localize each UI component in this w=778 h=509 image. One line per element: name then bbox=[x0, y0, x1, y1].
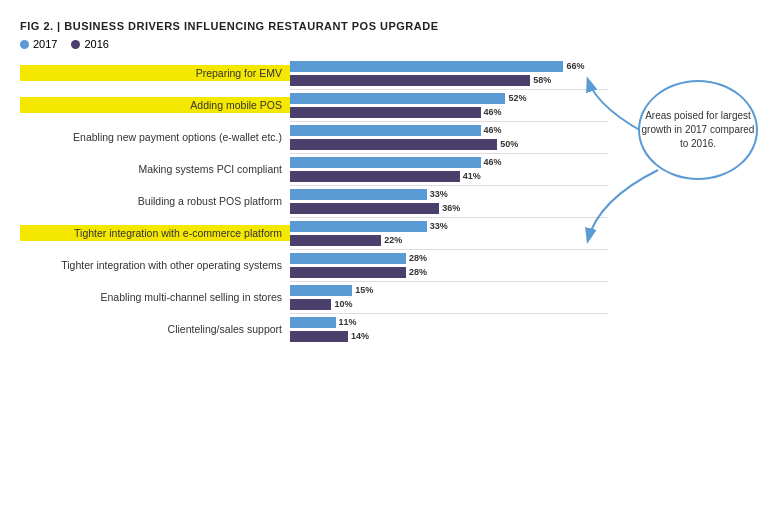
bar-row-7: Enabling multi-channel selling in stores… bbox=[20, 284, 608, 310]
divider-4 bbox=[290, 217, 608, 218]
bar-row-3: Making systems PCI compliant46%41% bbox=[20, 156, 608, 182]
bar-row-2: Enabling new payment options (e-wallet e… bbox=[20, 124, 608, 150]
fig-label: FIG 2. | bbox=[20, 20, 61, 32]
bar-2016-8 bbox=[290, 331, 348, 342]
divider-7 bbox=[290, 313, 608, 314]
pct-2016-2: 50% bbox=[500, 139, 518, 149]
bar-2017-2 bbox=[290, 125, 481, 136]
pct-2016-7: 10% bbox=[334, 299, 352, 309]
bar-label-7: Enabling multi-channel selling in stores bbox=[20, 291, 290, 304]
pct-2016-0: 58% bbox=[533, 75, 551, 85]
pct-2016-8: 14% bbox=[351, 331, 369, 341]
legend-label-2017: 2017 bbox=[33, 38, 57, 50]
title-text: BUSINESS DRIVERS INFLUENCING RESTAURANT … bbox=[64, 20, 438, 32]
pct-2017-2: 46% bbox=[484, 125, 502, 135]
bars-2: 46%50% bbox=[290, 124, 608, 150]
legend-label-2016: 2016 bbox=[84, 38, 108, 50]
bars-1: 52%46% bbox=[290, 92, 608, 118]
legend-dot-2017 bbox=[20, 40, 29, 49]
divider-6 bbox=[290, 281, 608, 282]
bars-5: 33%22% bbox=[290, 220, 608, 246]
bar-2016-5 bbox=[290, 235, 381, 246]
divider-3 bbox=[290, 185, 608, 186]
bar-row-5: Tighter integration with e-commerce plat… bbox=[20, 220, 608, 246]
bar-2017-6 bbox=[290, 253, 406, 264]
bar-row-4: Building a robust POS platform33%36% bbox=[20, 188, 608, 214]
bar-label-0: Preparing for EMV bbox=[20, 65, 290, 82]
bars-4: 33%36% bbox=[290, 188, 608, 214]
bar-2016-4 bbox=[290, 203, 439, 214]
bars-7: 15%10% bbox=[290, 284, 608, 310]
pct-2016-6: 28% bbox=[409, 267, 427, 277]
divider-2 bbox=[290, 153, 608, 154]
bar-2016-1 bbox=[290, 107, 481, 118]
bar-row-1: Adding mobile POS52%46% bbox=[20, 92, 608, 118]
pct-2017-5: 33% bbox=[430, 221, 448, 231]
chart-legend: 2017 2016 bbox=[20, 38, 748, 50]
bar-2017-7 bbox=[290, 285, 352, 296]
pct-2017-1: 52% bbox=[508, 93, 526, 103]
bar-2016-2 bbox=[290, 139, 497, 150]
bar-row-0: Preparing for EMV66%58% bbox=[20, 60, 608, 86]
bar-row-8: Clienteling/sales support11%14% bbox=[20, 316, 608, 342]
bar-2016-0 bbox=[290, 75, 530, 86]
pct-2016-3: 41% bbox=[463, 171, 481, 181]
pct-2017-7: 15% bbox=[355, 285, 373, 295]
bars-6: 28%28% bbox=[290, 252, 608, 278]
bar-2017-8 bbox=[290, 317, 336, 328]
pct-2016-1: 46% bbox=[484, 107, 502, 117]
bar-2017-5 bbox=[290, 221, 427, 232]
annotation-box: Areas poised for largest growth in 2017 … bbox=[638, 80, 758, 180]
chart-main: Preparing for EMV66%58%Adding mobile POS… bbox=[20, 60, 608, 345]
chart-area: Preparing for EMV66%58%Adding mobile POS… bbox=[20, 60, 748, 345]
bar-2016-6 bbox=[290, 267, 406, 278]
pct-2017-6: 28% bbox=[409, 253, 427, 263]
bar-label-3: Making systems PCI compliant bbox=[20, 163, 290, 176]
bar-2016-7 bbox=[290, 299, 331, 310]
bars-0: 66%58% bbox=[290, 60, 608, 86]
legend-item-2016: 2016 bbox=[71, 38, 108, 50]
bar-label-2: Enabling new payment options (e-wallet e… bbox=[20, 131, 290, 144]
divider-0 bbox=[290, 89, 608, 90]
pct-2017-4: 33% bbox=[430, 189, 448, 199]
annotation-text: Areas poised for largest growth in 2017 … bbox=[640, 109, 756, 151]
bar-label-4: Building a robust POS platform bbox=[20, 195, 290, 208]
bar-label-8: Clienteling/sales support bbox=[20, 323, 290, 336]
bar-2017-1 bbox=[290, 93, 505, 104]
bar-2017-4 bbox=[290, 189, 427, 200]
page-container: FIG 2. | BUSINESS DRIVERS INFLUENCING RE… bbox=[0, 0, 778, 365]
legend-dot-2016 bbox=[71, 40, 80, 49]
bar-label-1: Adding mobile POS bbox=[20, 97, 290, 114]
bar-label-6: Tighter integration with other operating… bbox=[20, 259, 290, 272]
bars-8: 11%14% bbox=[290, 316, 608, 342]
pct-2017-8: 11% bbox=[339, 317, 357, 327]
bars-3: 46%41% bbox=[290, 156, 608, 182]
bar-2016-3 bbox=[290, 171, 460, 182]
bar-label-5: Tighter integration with e-commerce plat… bbox=[20, 225, 290, 242]
pct-2017-3: 46% bbox=[484, 157, 502, 167]
bar-row-6: Tighter integration with other operating… bbox=[20, 252, 608, 278]
bar-2017-0 bbox=[290, 61, 563, 72]
pct-2016-4: 36% bbox=[442, 203, 460, 213]
divider-5 bbox=[290, 249, 608, 250]
bar-2017-3 bbox=[290, 157, 481, 168]
pct-2016-5: 22% bbox=[384, 235, 402, 245]
legend-item-2017: 2017 bbox=[20, 38, 57, 50]
divider-1 bbox=[290, 121, 608, 122]
chart-title: FIG 2. | BUSINESS DRIVERS INFLUENCING RE… bbox=[20, 20, 748, 32]
